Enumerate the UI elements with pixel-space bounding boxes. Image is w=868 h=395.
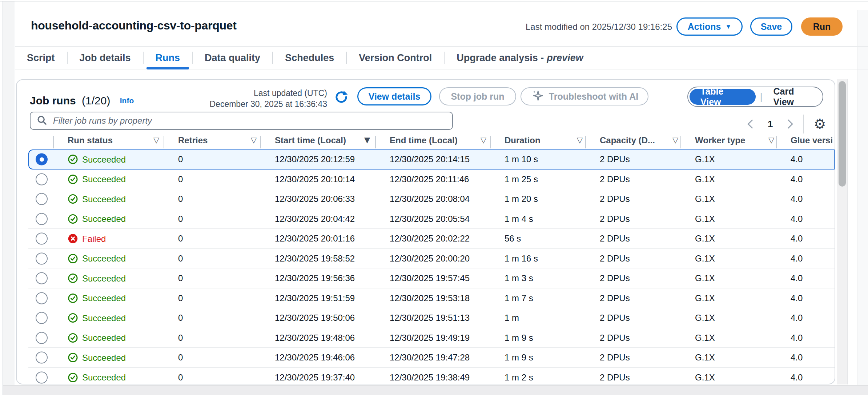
save-button[interactable]: Save [750, 17, 792, 36]
sort-icon[interactable]: ▽ [577, 136, 583, 144]
column-header-glue-version[interactable]: Glue versi [791, 135, 833, 145]
tab-script[interactable]: Script [15, 47, 67, 69]
table-row[interactable]: Succeeded 0 12/30/2025 19:46:06 12/30/20… [17, 348, 835, 368]
column-divider [53, 136, 54, 148]
page-number[interactable]: 1 [768, 119, 773, 130]
column-header-retries[interactable]: Retries [178, 135, 208, 145]
sort-icon[interactable]: ▽ [481, 136, 486, 144]
duration-cell: 1 m 9 s [505, 352, 533, 363]
table-scrollbar-thumb[interactable] [839, 81, 846, 187]
table-row[interactable]: Succeeded 0 12/30/2025 19:58:52 12/30/20… [17, 249, 835, 269]
sort-icon[interactable]: ▼ [364, 136, 370, 144]
sort-icon[interactable]: ▽ [768, 136, 774, 144]
actions-button[interactable]: Actions ▼ [676, 17, 743, 36]
tab-version-control[interactable]: Version Control [347, 47, 444, 69]
table-row[interactable]: Succeeded 0 12/30/2025 20:06:33 12/30/20… [17, 189, 835, 209]
end-time-cell: 12/30/2025 20:11:46 [390, 174, 469, 184]
success-icon [68, 253, 78, 264]
next-page-icon[interactable] [784, 119, 793, 128]
start-time-cell: 12/30/2025 20:10:14 [275, 174, 355, 184]
card-view-segment[interactable]: Card View [766, 86, 823, 107]
previous-page-icon[interactable] [747, 119, 756, 128]
row-radio-button[interactable] [36, 312, 48, 324]
table-row[interactable]: Succeeded 0 12/30/2025 20:12:59 12/30/20… [17, 149, 835, 169]
sort-icon[interactable]: ▽ [153, 136, 159, 144]
column-header-worker-type[interactable]: Worker type [695, 135, 745, 145]
sort-icon[interactable]: ▽ [251, 136, 257, 144]
stop-job-run-button[interactable]: Stop job run [439, 87, 516, 105]
retries-cell: 0 [178, 174, 183, 184]
tab-runs[interactable]: Runs [144, 47, 192, 69]
capacity-cell: 2 DPUs [600, 372, 630, 383]
worker-type-cell: G.1X [695, 313, 715, 323]
tab-schedules[interactable]: Schedules [273, 47, 346, 69]
start-time-cell: 12/30/2025 19:48:06 [275, 333, 355, 343]
last-updated-line2: December 30, 2025 at 16:36:43 [209, 99, 327, 109]
worker-type-cell: G.1X [695, 234, 715, 244]
table-row[interactable]: Succeeded 0 12/30/2025 19:37:40 12/30/20… [17, 368, 835, 385]
table-scrollbar[interactable] [837, 79, 848, 384]
table-row[interactable]: Failed 0 12/30/2025 20:01:16 12/30/2025 … [17, 229, 835, 249]
column-header-start-time[interactable]: Start time (Local) [275, 135, 346, 145]
glue-version-cell: 4.0 [791, 293, 803, 303]
row-radio-button[interactable] [36, 173, 48, 185]
column-header-capacity[interactable]: Capacity (D... [600, 135, 655, 145]
column-header-run-status[interactable]: Run status [68, 135, 113, 145]
row-radio-button[interactable] [36, 352, 48, 364]
bottom-scrollbar-band[interactable] [3, 385, 868, 395]
run-button-label: Run [813, 21, 831, 32]
column-header-end-time[interactable]: End time (Local) [390, 135, 458, 145]
run-status-cell: Succeeded [68, 194, 126, 204]
panel-title-text: Job runs [30, 95, 76, 107]
start-time-cell: 12/30/2025 20:12:59 [275, 154, 355, 164]
start-time-cell: 12/30/2025 19:37:40 [275, 372, 355, 383]
table-row[interactable]: Succeeded 0 12/30/2025 20:04:42 12/30/20… [17, 209, 835, 229]
table-row[interactable]: Succeeded 0 12/30/2025 19:48:06 12/30/20… [17, 328, 835, 348]
row-radio-button[interactable] [36, 252, 48, 264]
troubleshoot-with-ai-button[interactable]: Troubleshoot with AI [521, 87, 648, 105]
panel-title: Job runs (1/20) Info [30, 95, 134, 107]
start-time-cell: 12/30/2025 20:04:42 [275, 214, 355, 224]
row-radio-button[interactable] [36, 292, 48, 304]
table-row[interactable]: Succeeded 0 12/30/2025 20:10:14 12/30/20… [17, 169, 835, 189]
row-radio-button[interactable] [36, 193, 48, 205]
start-time-cell: 12/30/2025 19:51:59 [275, 293, 355, 303]
row-radio-button[interactable] [36, 153, 48, 165]
gear-icon[interactable]: ⚙ [813, 117, 826, 131]
row-radio-button[interactable] [36, 233, 48, 245]
pagination: 1 ⚙ [740, 115, 826, 133]
end-time-cell: 12/30/2025 19:49:19 [390, 333, 470, 343]
pagination-divider [803, 115, 804, 133]
tab-data-quality[interactable]: Data quality [193, 47, 272, 69]
glue-version-cell: 4.0 [791, 194, 803, 204]
info-link[interactable]: Info [120, 96, 134, 105]
refresh-icon [333, 89, 349, 107]
tab-job-details[interactable]: Job details [68, 47, 143, 69]
capacity-cell: 2 DPUs [600, 273, 630, 283]
filter-field [30, 112, 453, 130]
row-radio-button[interactable] [36, 272, 48, 284]
capacity-cell: 2 DPUs [600, 293, 630, 303]
table-view-segment[interactable]: Table View [690, 89, 756, 105]
table-row[interactable]: Succeeded 0 12/30/2025 19:56:36 12/30/20… [17, 268, 835, 288]
refresh-button[interactable] [333, 89, 350, 107]
filter-input[interactable] [52, 115, 446, 126]
end-time-cell: 12/30/2025 20:02:22 [390, 234, 470, 244]
success-icon [68, 174, 78, 184]
row-radio-button[interactable] [36, 332, 48, 344]
row-radio-button[interactable] [36, 371, 48, 383]
run-status-text: Succeeded [82, 333, 126, 343]
capacity-cell: 2 DPUs [600, 352, 630, 363]
table-row[interactable]: Succeeded 0 12/30/2025 19:50:06 12/30/20… [17, 308, 835, 328]
row-radio-button[interactable] [36, 213, 48, 225]
start-time-cell: 12/30/2025 19:58:52 [275, 254, 355, 264]
run-button[interactable]: Run [801, 17, 843, 36]
table-row[interactable]: Succeeded 0 12/30/2025 19:51:59 12/30/20… [17, 288, 835, 308]
duration-cell: 1 m 7 s [505, 293, 533, 303]
sort-icon[interactable]: ▽ [672, 136, 678, 144]
column-header-duration[interactable]: Duration [505, 135, 541, 145]
end-time-cell: 12/30/2025 19:57:45 [390, 273, 470, 283]
retries-cell: 0 [178, 234, 183, 244]
view-details-button[interactable]: View details [357, 87, 431, 105]
tab-upgrade-analysis[interactable]: Upgrade analysis -preview [445, 47, 595, 69]
